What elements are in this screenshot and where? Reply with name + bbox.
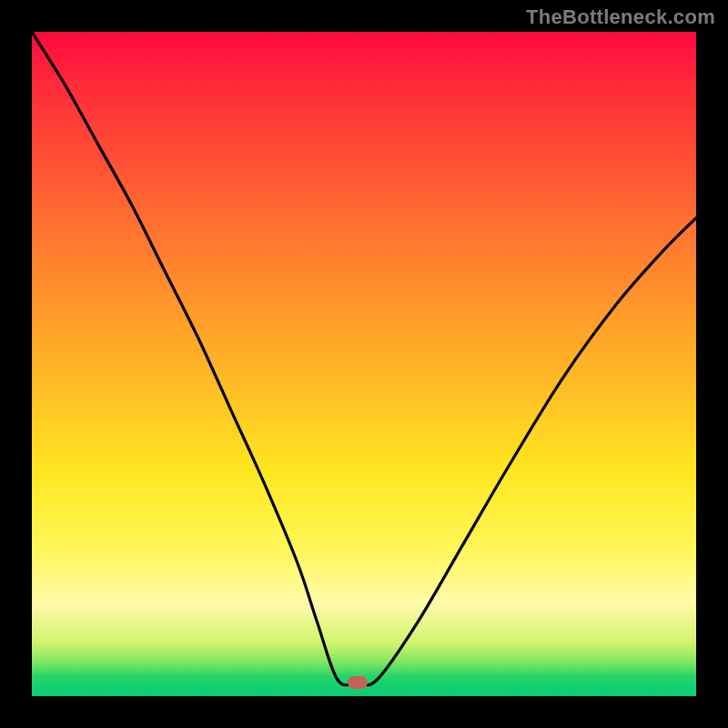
watermark-text: TheBottleneck.com [526,5,715,29]
chart-frame: TheBottleneck.com [0,0,728,728]
plot-area [32,32,696,696]
bottleneck-curve [32,32,696,696]
minimum-marker [348,676,368,689]
